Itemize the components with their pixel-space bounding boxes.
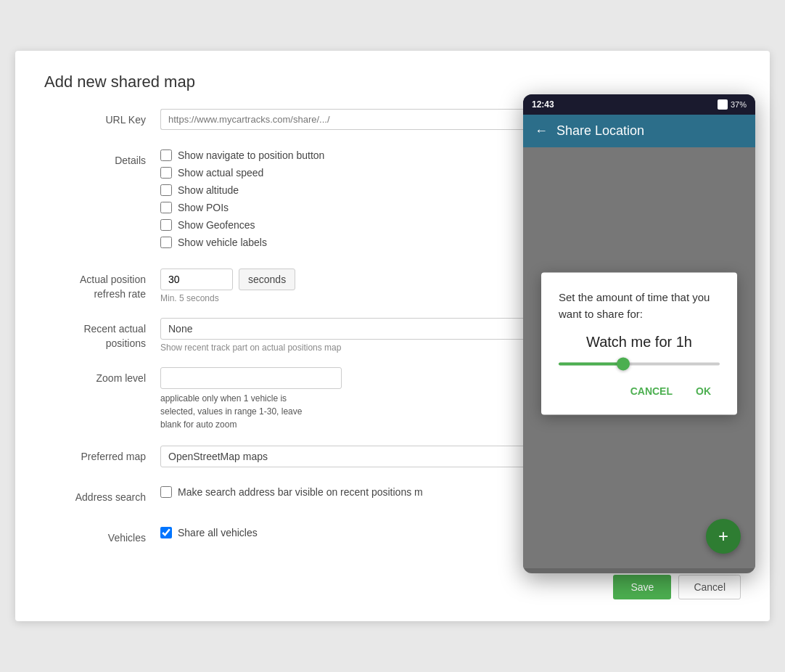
fab-plus-icon: + <box>718 526 728 546</box>
checkbox-pois-input[interactable] <box>160 202 172 213</box>
dialog-actions: CANCEL OK <box>559 380 720 403</box>
cancel-button[interactable]: Cancel <box>678 575 741 599</box>
url-key-label: URL Key <box>44 109 160 128</box>
refresh-rate-label: Actual positionrefresh rate <box>44 269 160 301</box>
checkbox-speed-label: Show actual speed <box>178 167 263 179</box>
checkbox-labels-input[interactable] <box>160 237 172 248</box>
status-icons: 37% <box>718 99 747 110</box>
mobile-app-header: ← Share Location <box>523 115 755 147</box>
checkbox-geofences-label: Show Geofences <box>178 219 255 231</box>
mobile-map-body: Set the amount of time that you want to … <box>523 147 755 568</box>
share-all-vehicles-label: Share all vehicles <box>178 527 258 538</box>
zoom-level-label: Zoom level <box>44 367 160 386</box>
address-search-checkbox-label: Make search address bar visible on recen… <box>178 486 423 498</box>
checkbox-pois-label: Show POIs <box>178 202 229 213</box>
slider-thumb[interactable] <box>617 357 630 370</box>
checkbox-altitude-input[interactable] <box>160 184 172 196</box>
dialog-ok-button[interactable]: OK <box>687 380 720 403</box>
share-all-vehicles-checkbox[interactable] <box>160 527 172 538</box>
status-square-icon <box>718 99 728 110</box>
checkbox-navigate-label: Show navigate to position button <box>178 149 324 161</box>
share-time-dialog: Set the amount of time that you want to … <box>541 272 737 414</box>
time-slider-container <box>559 362 720 365</box>
checkbox-speed-input[interactable] <box>160 167 172 179</box>
dialog-cancel-button[interactable]: CANCEL <box>622 380 681 403</box>
main-card: Add new shared map URL Key Details Show … <box>15 51 770 621</box>
preferred-map-label: Preferred map <box>44 446 160 464</box>
dialog-text: Set the amount of time that you want to … <box>559 290 720 322</box>
back-arrow-icon[interactable]: ← <box>535 123 548 139</box>
save-button[interactable]: Save <box>613 575 671 599</box>
checkbox-navigate-input[interactable] <box>160 149 172 161</box>
checkbox-labels-label: Show vehicle labels <box>178 237 267 248</box>
status-battery: 37% <box>731 100 747 109</box>
mobile-status-bar: 12:43 37% <box>523 94 755 115</box>
mobile-phone-overlay: 12:43 37% ← Share Location Set the amoun… <box>523 94 755 573</box>
address-search-label: Address search <box>44 486 160 505</box>
page-title: Add new shared map <box>44 73 741 91</box>
vehicles-label: Vehicles <box>44 527 160 546</box>
checkbox-altitude-label: Show altitude <box>178 184 239 196</box>
slider-track <box>559 362 720 365</box>
footer-buttons: Save Cancel <box>44 575 741 599</box>
fab-add-button[interactable]: + <box>706 519 741 554</box>
details-label: Details <box>44 149 160 168</box>
refresh-rate-input[interactable] <box>160 269 233 290</box>
address-search-checkbox[interactable] <box>160 486 172 498</box>
slider-fill <box>559 362 623 365</box>
seconds-button[interactable]: seconds <box>239 269 295 290</box>
recent-positions-label: Recent actualpositions <box>44 318 160 351</box>
dialog-watch-label: Watch me for 1h <box>559 334 720 351</box>
checkbox-geofences-input[interactable] <box>160 219 172 231</box>
mobile-app-title: Share Location <box>556 123 644 139</box>
zoom-level-input[interactable] <box>160 367 342 389</box>
status-time: 12:43 <box>532 99 554 110</box>
